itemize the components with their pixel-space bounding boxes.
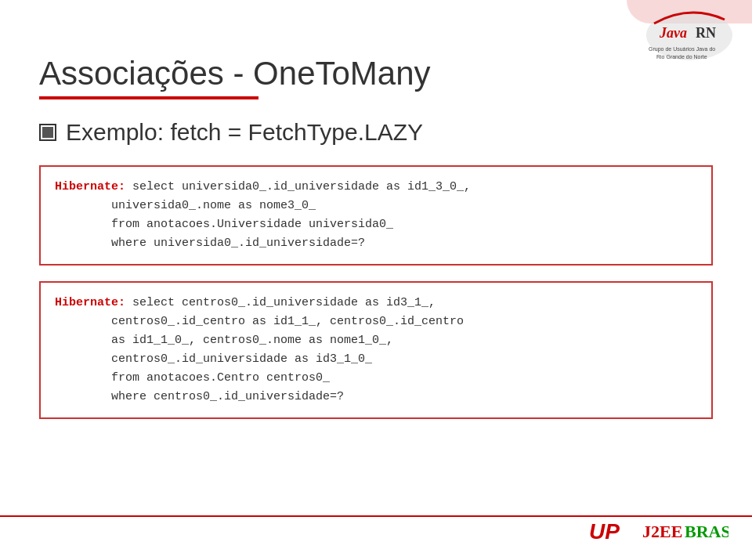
title-underline	[39, 96, 258, 99]
code-line-1c: from anotacoes.Universidade universida0_	[55, 218, 393, 231]
code-block-1: Hibernate: select universida0_.id_univer…	[39, 165, 713, 266]
code-line-2f: where centros0_.id_universidade=?	[55, 390, 344, 403]
code-line-1b: universida0_.nome as nome3_0_	[55, 199, 316, 212]
section-heading: Exemplo: fetch = FetchType.LAZY	[39, 119, 713, 146]
logo-area: Java RN Grupo de Usuários Java do Rio Gr…	[638, 8, 740, 67]
code-block-2: Hibernate: select centros0_.id_universid…	[39, 281, 713, 419]
code-line-2b: centros0_.id_centro as id1_1_, centros0_…	[55, 315, 464, 328]
code-line-2a: select centros0_.id_universidade as id3_…	[125, 296, 436, 309]
bottom-logos: UP J2EE BRASIL	[588, 517, 728, 544]
hibernate-keyword-2: Hibernate:	[55, 296, 125, 309]
svg-text:Grupo de Usuários Java do: Grupo de Usuários Java do	[649, 46, 715, 52]
code-line-2e: from anotacoes.Centro centros0_	[55, 371, 330, 385]
code-line-1d: where universida0_.id_universidade=?	[55, 237, 365, 250]
slide-container: Java RN Grupo de Usuários Java do Rio Gr…	[0, 0, 752, 560]
svg-text:BRASIL: BRASIL	[685, 522, 728, 541]
svg-text:Rio Grande do Norte: Rio Grande do Norte	[656, 54, 707, 60]
java-rn-logo: Java RN Grupo de Usuários Java do Rio Gr…	[642, 8, 736, 67]
svg-text:UP: UP	[589, 519, 620, 544]
j2ee-brasil-logo: J2EE BRASIL	[642, 517, 728, 544]
code-line-2c: as id1_1_0_, centros0_.nome as nome1_0_,	[55, 334, 393, 347]
section-label: Exemplo: fetch = FetchType.LAZY	[66, 119, 423, 146]
svg-text:Java: Java	[659, 25, 687, 41]
up-logo: UP	[588, 517, 631, 544]
svg-text:J2EE: J2EE	[642, 522, 682, 541]
page-title: Associações - OneToMany	[39, 55, 713, 92]
hibernate-keyword-1: Hibernate:	[55, 180, 125, 193]
code-line-1a: select universida0_.id_universidade as i…	[125, 180, 471, 193]
code-line-2d: centros0_.id_universidade as id3_1_0_	[55, 352, 372, 366]
svg-text:RN: RN	[696, 25, 716, 41]
checkbox-icon	[39, 124, 56, 141]
